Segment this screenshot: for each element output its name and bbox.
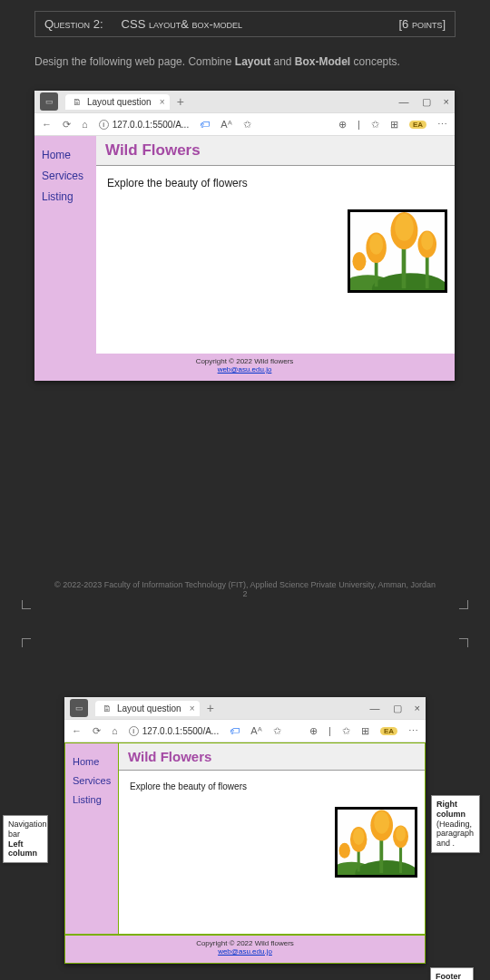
flower-svg <box>350 212 445 290</box>
collections-icon: ⊞ <box>361 725 369 737</box>
address-bar: ← ⟳ ⌂ i 127.0.0.1:5500/A... 🏷 Aᴬ ✩ ⊕ | ✩… <box>34 112 455 136</box>
callout-left-l2: Left column <box>8 839 37 859</box>
close-window-icon: × <box>444 96 449 108</box>
page-body: Home Services Listing Wild Flowers Explo… <box>34 136 455 354</box>
url-box: i 127.0.0.1:5500/A... <box>99 120 190 130</box>
back-icon: ← <box>72 725 82 736</box>
profile-badge: EA <box>409 121 426 129</box>
browser-mockup-2: ▭ 🗎 Layout question × + — ▢ × ← ⟳ ⌂ i 12… <box>64 697 426 964</box>
callout-right-l1: Right column <box>436 800 466 819</box>
nav-home: Home <box>42 145 89 166</box>
content-area: Explore the beauty of flowers <box>96 166 455 354</box>
svg-point-20 <box>353 829 364 846</box>
titlebar: ▭ 🗎 Layout question × + — ▢ × <box>34 91 455 112</box>
intro-post: concepts. <box>350 55 400 68</box>
svg-point-7 <box>369 234 383 254</box>
flower-svg <box>338 810 415 875</box>
page: Home Services Listing Wild Flowers Explo… <box>34 136 455 381</box>
address-bar-2: ← ⟳ ⌂ i 127.0.0.1:5500/A... 🏷 Aᴬ ✩ ⊕ | ✩… <box>64 719 426 742</box>
nav-services-2: Services <box>73 771 111 791</box>
question-topic: CSS layout& box-model <box>122 17 242 31</box>
profile-badge-2: EA <box>380 727 397 735</box>
close-tab-icon: × <box>160 97 165 107</box>
page-heading: Wild Flowers <box>96 136 455 166</box>
right-column: Wild Flowers Explore the beauty of flowe… <box>96 136 455 354</box>
question-header-left: Question 2: CSS layout& box-model <box>44 17 242 31</box>
more-icon: ⋯ <box>437 119 447 131</box>
callout-left-column: Navigation bar Left column <box>3 815 48 863</box>
svg-point-25 <box>339 843 350 859</box>
content-area-2: Explore the beauty of flowers <box>119 771 425 934</box>
browser-tab: 🗎 Layout question × <box>65 94 170 110</box>
callout-right-column: Right column (Heading, paragraph and . <box>431 795 480 853</box>
footer-copyright-2: Copyright © 2022 Wild flowers <box>196 939 294 947</box>
intro-pre: Design the following web page. Combine <box>34 55 235 68</box>
text-size-icon: Aᴬ <box>250 725 261 737</box>
callout-right-l2: (Heading, paragraph and . <box>436 820 474 849</box>
document-footer: © 2022-2023 Faculty of Information Techn… <box>0 580 490 598</box>
window-buttons: — ▢ × <box>399 96 449 108</box>
page-heading-2: Wild Flowers <box>119 743 425 771</box>
close-window-icon: × <box>415 703 420 714</box>
separator: | <box>358 119 360 130</box>
footer-link-2: web@asu.edu.jo <box>218 947 272 956</box>
question-header: Question 2: CSS layout& box-model [6 poi… <box>34 11 456 37</box>
url-text-2: 127.0.0.1:5500/A... <box>142 726 220 736</box>
callout-left-l1: Navigation bar <box>8 820 47 839</box>
page-footer: Copyright © 2022 Wild flowers web@asu.ed… <box>34 354 455 381</box>
page-number: 2 <box>0 589 490 598</box>
svg-point-22 <box>374 811 389 834</box>
content-paragraph: Explore the beauty of flowers <box>107 177 444 189</box>
collections-icon: ⊞ <box>390 119 398 131</box>
intro-bold-2: Box-Model <box>295 55 350 68</box>
tab-title: Layout question <box>87 97 152 107</box>
back-icon: ← <box>42 119 52 130</box>
url-text: 127.0.0.1:5500/A... <box>113 120 190 130</box>
more-icon: ⋯ <box>408 725 418 737</box>
url-box-2: i 127.0.0.1:5500/A... <box>129 726 220 736</box>
content-paragraph-2: Explore the beauty of flowers <box>130 781 414 791</box>
new-tab-icon: + <box>177 94 184 109</box>
tab-title-2: Layout question <box>117 703 181 713</box>
nav-services: Services <box>42 166 89 187</box>
intro-text: Design the following web page. Combine L… <box>34 55 456 68</box>
nav-listing-2: Listing <box>73 791 111 810</box>
minimize-icon: — <box>370 703 380 714</box>
question-number: Question 2: <box>44 17 103 31</box>
intro-mid: and <box>270 55 295 68</box>
refresh-icon: ⟳ <box>93 725 101 737</box>
page-2: Home Services Listing Wild Flowers Explo… <box>64 742 426 964</box>
window-buttons-2: — ▢ × <box>370 703 420 714</box>
document-icon: 🗎 <box>103 703 112 713</box>
intro-bold-1: Layout <box>235 55 270 68</box>
doc-copyright: © 2022-2023 Faculty of Information Techn… <box>54 580 436 589</box>
svg-point-9 <box>395 214 414 241</box>
maximize-icon: ▢ <box>422 96 431 108</box>
nav-column-2: Home Services Listing <box>65 743 118 934</box>
document-icon: 🗎 <box>73 97 82 107</box>
text-size-icon: Aᴬ <box>220 119 231 131</box>
flower-image-2 <box>335 807 417 878</box>
info-icon: i <box>129 726 139 736</box>
callout-footer-l1: Footer container <box>436 972 473 980</box>
favorite-icon: ✩ <box>243 119 251 131</box>
question-points: [6 points] <box>398 17 446 31</box>
tag-icon: 🏷 <box>200 119 210 130</box>
page-body-2: Home Services Listing Wild Flowers Explo… <box>64 742 426 935</box>
home-icon: ⌂ <box>112 725 118 736</box>
favorite-icon: ✩ <box>273 725 281 737</box>
minimize-icon: — <box>399 96 409 108</box>
svg-point-11 <box>421 232 433 251</box>
extensions-icon: ⊕ <box>309 725 318 737</box>
browser-mockup-1: ▭ 🗎 Layout question × + — ▢ × ← ⟳ ⌂ i 12… <box>34 91 455 381</box>
footer-link: web@asu.edu.jo <box>218 365 272 374</box>
close-tab-icon: × <box>190 703 195 713</box>
nav-home-2: Home <box>73 752 111 771</box>
favorites-icon: ✩ <box>371 119 379 131</box>
page-footer-2: Copyright © 2022 Wild flowers web@asu.ed… <box>64 935 426 964</box>
browser-tab-2: 🗎 Layout question × <box>95 701 200 716</box>
maximize-icon: ▢ <box>393 703 402 714</box>
page-corner-top-2 <box>22 638 468 647</box>
svg-point-24 <box>396 826 406 841</box>
right-column-2: Wild Flowers Explore the beauty of flowe… <box>118 743 425 934</box>
